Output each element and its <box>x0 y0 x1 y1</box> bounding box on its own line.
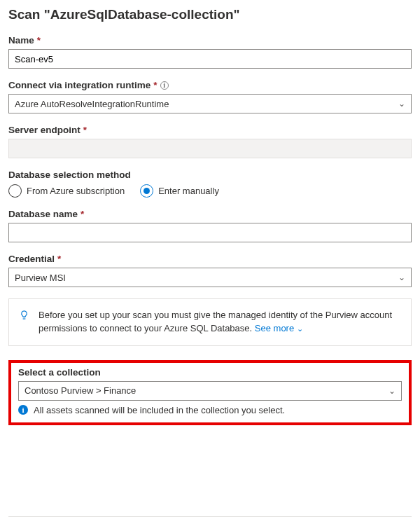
chevron-down-icon: ⌄ <box>297 324 303 333</box>
chevron-down-icon: ⌄ <box>398 273 405 282</box>
name-input[interactable] <box>8 49 412 69</box>
runtime-label: Connect via integration runtime* i <box>8 80 412 90</box>
chevron-down-icon: ⌄ <box>388 386 396 396</box>
dbname-label: Database name* <box>8 209 412 219</box>
endpoint-input[interactable] <box>8 139 412 158</box>
see-more-link[interactable]: See more ⌄ <box>255 323 303 333</box>
info-icon[interactable]: i <box>160 81 169 90</box>
name-label: Name* <box>8 35 412 46</box>
collection-highlight: Select a collection Contoso Purview > Fi… <box>8 360 412 425</box>
tip-callout: Before you set up your scan you must giv… <box>8 298 412 346</box>
endpoint-label: Server endpoint* <box>8 125 412 135</box>
runtime-select[interactable]: Azure AutoResolveIntegrationRuntime ⌄ <box>8 94 412 113</box>
radio-circle-selected-icon <box>140 184 153 198</box>
chevron-down-icon: ⌄ <box>398 99 405 109</box>
page-title: Scan "AzureSqlDatabase-collection" <box>8 7 412 22</box>
dbname-input[interactable] <box>8 223 412 242</box>
info-icon: i <box>18 405 28 415</box>
collection-info-text: All assets scanned will be included in t… <box>34 405 285 415</box>
credential-label: Credential* <box>8 254 412 264</box>
radio-from-subscription[interactable]: From Azure subscription <box>8 184 125 198</box>
collection-select[interactable]: Contoso Purview > Finance ⌄ <box>18 381 402 401</box>
radio-circle-icon <box>8 184 22 198</box>
credential-select[interactable]: Purview MSI ⌄ <box>8 268 412 287</box>
dbmethod-label: Database selection method <box>8 170 412 180</box>
lightbulb-icon <box>19 309 29 324</box>
tip-text: Before you set up your scan you must giv… <box>38 310 392 333</box>
collection-label: Select a collection <box>18 367 402 378</box>
radio-enter-manually[interactable]: Enter manually <box>140 184 219 198</box>
